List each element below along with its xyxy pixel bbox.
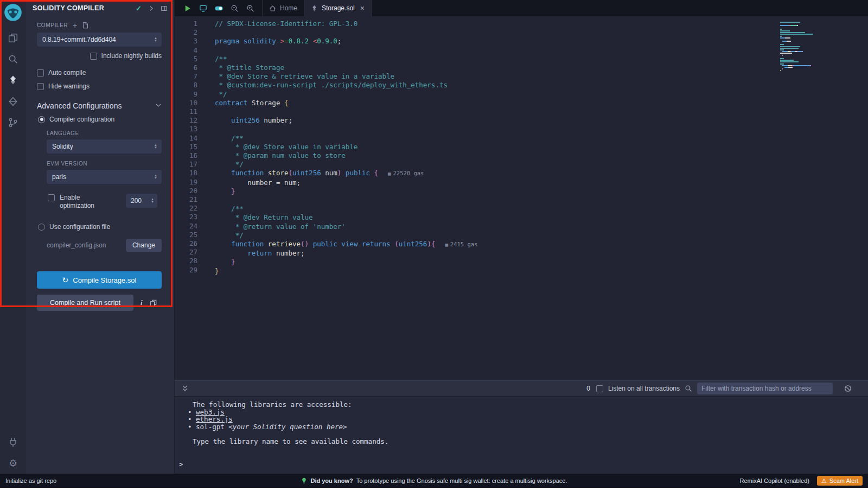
plugin-manager-icon[interactable] bbox=[0, 431, 26, 453]
close-tab-icon[interactable]: × bbox=[360, 4, 365, 12]
hide-warnings-checkbox[interactable] bbox=[37, 83, 44, 90]
config-file-row: compiler_config.json Change bbox=[47, 239, 162, 252]
advanced-configurations-label: Advanced Configurations bbox=[37, 101, 122, 110]
solidity-compiler-icon[interactable] bbox=[0, 69, 26, 91]
auto-compile-label: Auto compile bbox=[48, 69, 86, 77]
nightly-builds-checkbox[interactable] bbox=[90, 53, 97, 60]
compiler-configuration-row[interactable]: Compiler configuration bbox=[38, 116, 162, 123]
hide-warnings-label: Hide warnings bbox=[48, 82, 90, 90]
tab-home[interactable]: Home bbox=[263, 0, 304, 16]
panel-header: SOLIDITY COMPILER ✓ bbox=[26, 0, 174, 16]
tab-home-label: Home bbox=[280, 4, 297, 12]
scam-alert-badge[interactable]: ⚠ Scam Alert bbox=[817, 476, 863, 486]
zoom-out-icon[interactable] bbox=[231, 4, 239, 12]
code-lines[interactable]: // SPDX-License-Identifier: GPL-3.0 prag… bbox=[203, 16, 477, 380]
compile-button-label: Compile Storage.sol bbox=[73, 276, 136, 284]
compile-and-run-button[interactable]: Compile and Run script bbox=[37, 295, 133, 311]
zoom-in-icon[interactable] bbox=[246, 4, 254, 12]
terminal-toolbar: 0 Listen on all transactions bbox=[175, 380, 868, 397]
panel-title: SOLIDITY COMPILER bbox=[33, 4, 130, 12]
change-config-button[interactable]: Change bbox=[126, 239, 162, 252]
use-configuration-file-radio[interactable] bbox=[38, 224, 45, 231]
language-label: LANGUAGE bbox=[47, 130, 162, 136]
terminal-library-link[interactable]: ethers.js bbox=[196, 415, 233, 423]
copilot-status[interactable]: RemixAI Copilot (enabled) bbox=[740, 477, 809, 484]
compiler-version-select[interactable]: 0.8.19+commit.7dd6d404 ▲▼ bbox=[37, 33, 162, 47]
optimization-row: Enable optimization 200 ▲▼ bbox=[48, 194, 162, 210]
solidity-file-icon bbox=[311, 5, 318, 12]
minimap[interactable] bbox=[780, 22, 820, 72]
chevron-right-icon[interactable] bbox=[148, 5, 155, 12]
compiler-section-label: COMPILER bbox=[37, 22, 68, 28]
home-icon bbox=[269, 5, 276, 12]
toggle-terminal-icon[interactable] bbox=[181, 385, 189, 392]
enable-optimization-label: Enable optimization bbox=[60, 194, 105, 210]
optimization-runs-input[interactable]: 200 ▲▼ bbox=[126, 194, 157, 208]
evm-version-value: paris bbox=[52, 173, 66, 181]
transaction-filter-input[interactable] bbox=[697, 383, 833, 394]
search-icon[interactable] bbox=[0, 48, 26, 69]
nightly-builds-label: Include nightly builds bbox=[101, 52, 162, 60]
auto-compile-row[interactable]: Auto compile bbox=[37, 69, 162, 77]
listen-transactions-checkbox[interactable] bbox=[596, 385, 603, 392]
activity-bar: ⚙ bbox=[0, 0, 26, 474]
editor-toolbar-icons bbox=[175, 0, 262, 16]
select-arrows-icon: ▲▼ bbox=[154, 174, 157, 180]
tabs: Home Storage.sol × bbox=[262, 0, 372, 16]
pin-panel-icon[interactable] bbox=[161, 5, 168, 12]
terminal-search-icon bbox=[685, 385, 692, 392]
settings-icon[interactable]: ⚙ bbox=[0, 453, 26, 474]
compiler-configuration-radio[interactable] bbox=[38, 116, 45, 123]
main-row: ⚙ SOLIDITY COMPILER ✓ COMPILER + 0.8.19+… bbox=[0, 0, 868, 474]
remix-logo-icon[interactable] bbox=[4, 3, 22, 22]
config-file-name: compiler_config.json bbox=[47, 241, 106, 249]
nightly-builds-row[interactable]: Include nightly builds bbox=[37, 52, 162, 60]
terminal-toolbar-right: 0 Listen on all transactions bbox=[586, 383, 861, 394]
compile-button[interactable]: ↻ Compile Storage.sol bbox=[37, 271, 162, 289]
transaction-count: 0 bbox=[586, 385, 590, 392]
add-custom-compiler-icon[interactable]: + bbox=[73, 22, 77, 29]
scam-alert-label: Scam Alert bbox=[829, 477, 858, 484]
did-you-know-text: To prototype using the Gnosis safe multi… bbox=[356, 477, 567, 484]
refresh-icon: ↻ bbox=[62, 276, 69, 284]
language-value: Solidity bbox=[52, 143, 73, 150]
spinner-arrows-icon[interactable]: ▲▼ bbox=[151, 198, 154, 203]
panel-body: COMPILER + 0.8.19+commit.7dd6d404 ▲▼ Inc… bbox=[26, 16, 174, 474]
copilot-toggle-icon[interactable] bbox=[215, 4, 223, 12]
evm-version-select[interactable]: paris ▲▼ bbox=[47, 170, 162, 184]
import-compiler-icon[interactable] bbox=[82, 22, 89, 29]
did-you-know-label: Did you know? bbox=[310, 477, 353, 484]
listen-transactions-label: Listen on all transactions bbox=[608, 385, 680, 392]
line-numbers: 1234567891011121314151617181920212223242… bbox=[175, 16, 203, 380]
git-icon[interactable] bbox=[0, 112, 26, 133]
advanced-configurations-header[interactable]: Advanced Configurations bbox=[37, 101, 162, 110]
info-icon[interactable]: i bbox=[141, 298, 143, 307]
clear-console-icon[interactable] bbox=[844, 385, 852, 392]
terminal[interactable]: The following libraries are accessible:•… bbox=[175, 397, 868, 474]
enable-optimization-checkbox[interactable] bbox=[48, 194, 55, 201]
compiler-configuration-label: Compiler configuration bbox=[49, 116, 114, 123]
solidity-compiler-panel: SOLIDITY COMPILER ✓ COMPILER + 0.8.19+co… bbox=[26, 0, 175, 474]
run-script-icon[interactable] bbox=[183, 4, 192, 12]
chevron-down-icon bbox=[155, 101, 162, 110]
deploy-and-run-icon[interactable] bbox=[0, 91, 26, 112]
use-configuration-file-label: Use configuration file bbox=[49, 223, 110, 231]
editor-tab-bar: Home Storage.sol × bbox=[175, 0, 868, 16]
did-you-know-tip: Did you know? To prototype using the Gno… bbox=[301, 477, 567, 484]
language-select[interactable]: Solidity ▲▼ bbox=[47, 139, 162, 154]
tab-storage-sol[interactable]: Storage.sol × bbox=[304, 0, 372, 16]
remix-ai-icon[interactable] bbox=[199, 4, 207, 12]
auto-compile-checkbox[interactable] bbox=[37, 69, 44, 77]
code-editor[interactable]: 1234567891011121314151617181920212223242… bbox=[175, 16, 868, 380]
compiler-section-row: COMPILER + bbox=[37, 22, 162, 29]
select-arrows-icon: ▲▼ bbox=[154, 37, 157, 42]
did-you-know-icon bbox=[301, 477, 307, 484]
file-explorer-icon[interactable] bbox=[0, 27, 26, 48]
use-configuration-file-row[interactable]: Use configuration file bbox=[38, 223, 162, 231]
hide-warnings-row[interactable]: Hide warnings bbox=[37, 82, 162, 90]
copy-icon[interactable] bbox=[150, 300, 157, 307]
tab-storage-label: Storage.sol bbox=[322, 4, 355, 12]
compile-run-row: Compile and Run script i bbox=[37, 295, 162, 311]
terminal-output: The following libraries are accessible:•… bbox=[193, 401, 868, 468]
git-init-button[interactable]: Initialize as git repo bbox=[5, 477, 56, 484]
